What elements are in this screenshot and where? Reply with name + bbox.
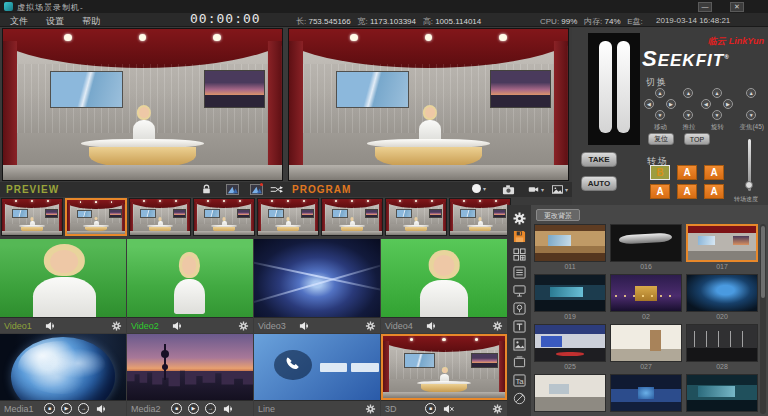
scene-thumbnail[interactable]: [534, 274, 606, 312]
tool-playlist-icon[interactable]: [510, 265, 528, 279]
media-thumbnail[interactable]: [127, 334, 253, 400]
scene-item[interactable]: 016: [610, 224, 682, 271]
change-background-button[interactable]: 更改背景: [536, 209, 580, 221]
transition-bank-button[interactable]: B: [650, 165, 670, 180]
tool-multiview-icon[interactable]: [510, 247, 528, 261]
speaker-icon[interactable]: [222, 403, 234, 414]
camera-preset-thumbnail[interactable]: [257, 198, 319, 236]
video-thumbnail[interactable]: [381, 239, 507, 317]
scene-thumbnail[interactable]: [610, 374, 682, 412]
camera-preset-thumbnail[interactable]: [385, 198, 447, 236]
gear-icon[interactable]: [491, 320, 503, 331]
pad-arrow-button[interactable]: ▶: [723, 99, 733, 109]
camera-preset-thumbnail[interactable]: [449, 198, 511, 236]
transition-bank-button[interactable]: A: [677, 184, 697, 199]
tool-settings-icon[interactable]: [510, 211, 528, 225]
gear-icon[interactable]: [110, 320, 122, 331]
scene-item[interactable]: [686, 374, 758, 416]
menu-settings[interactable]: 设置: [46, 15, 64, 28]
scene-item[interactable]: [534, 374, 606, 416]
tool-frame-icon[interactable]: [510, 355, 528, 369]
stop-button[interactable]: ■: [425, 403, 436, 414]
loop-button[interactable]: →: [205, 403, 216, 414]
pad-arrow-button[interactable]: ▼: [746, 110, 756, 120]
speaker-icon[interactable]: [171, 320, 183, 331]
media-thumbnail[interactable]: [381, 334, 507, 400]
pad-arrow-button[interactable]: ▲: [746, 88, 756, 98]
tool-text-icon[interactable]: Ta: [510, 373, 528, 387]
pad-arrow-button[interactable]: ▼: [712, 110, 722, 120]
scene-item[interactable]: 025: [534, 324, 606, 371]
swap-preview-program-icon[interactable]: [266, 183, 286, 196]
media-thumbnail[interactable]: [0, 334, 126, 400]
video-thumbnail[interactable]: [254, 239, 380, 317]
lock-icon[interactable]: [198, 183, 214, 196]
scene-thumbnail[interactable]: [610, 274, 682, 312]
tool-draw-icon[interactable]: [510, 391, 528, 405]
scene-thumbnail[interactable]: [534, 224, 606, 262]
reset-button[interactable]: 复位: [648, 133, 674, 145]
video-thumbnail[interactable]: [0, 239, 126, 317]
loop-button[interactable]: →: [78, 403, 89, 414]
camera-preset-thumbnail[interactable]: [65, 198, 127, 236]
speaker-icon[interactable]: [95, 403, 107, 414]
close-button[interactable]: ✕: [730, 2, 744, 12]
stop-button[interactable]: ■: [171, 403, 182, 414]
scene-thumbnail[interactable]: [534, 374, 606, 412]
scene-item[interactable]: 020: [686, 274, 758, 321]
play-button[interactable]: ▶: [188, 403, 199, 414]
transition-effect-alt-icon[interactable]: [248, 183, 264, 196]
pad-arrow-button[interactable]: ▲: [655, 88, 665, 98]
video-thumbnail[interactable]: [127, 239, 253, 317]
menu-help[interactable]: 帮助: [82, 15, 100, 28]
gear-icon[interactable]: [364, 320, 376, 331]
tool-save-icon[interactable]: [510, 229, 528, 243]
take-button[interactable]: TAKE: [581, 152, 617, 167]
speaker-icon[interactable]: [425, 320, 437, 331]
scrollbar[interactable]: [760, 224, 766, 414]
speaker-icon[interactable]: [298, 320, 310, 331]
scene-item[interactable]: 019: [534, 274, 606, 321]
scene-thumbnail[interactable]: [610, 224, 682, 262]
transition-speed-slider[interactable]: [748, 139, 751, 191]
pad-arrow-button[interactable]: ◀: [644, 99, 654, 109]
transition-effect-icon[interactable]: [224, 183, 240, 196]
scene-item[interactable]: 011: [534, 224, 606, 271]
camera-preset-thumbnail[interactable]: [1, 198, 63, 236]
pad-arrow-button[interactable]: ▼: [655, 110, 665, 120]
transition-bank-button[interactable]: A: [704, 165, 724, 180]
pad-arrow-button[interactable]: ▶: [666, 99, 676, 109]
pad-arrow-button[interactable]: ▼: [683, 110, 693, 120]
stop-button[interactable]: ■: [44, 403, 55, 414]
record-button[interactable]: ▾: [472, 184, 486, 193]
tool-title-icon[interactable]: [510, 319, 528, 333]
scene-item[interactable]: [610, 374, 682, 416]
minimize-button[interactable]: —: [698, 2, 712, 12]
speaker-muted-icon[interactable]: [442, 403, 454, 414]
play-button[interactable]: ▶: [61, 403, 72, 414]
scene-thumbnail[interactable]: [686, 374, 758, 412]
media-thumbnail[interactable]: [254, 334, 380, 400]
camera-preset-thumbnail[interactable]: [129, 198, 191, 236]
camera-preset-thumbnail[interactable]: [193, 198, 255, 236]
auto-button[interactable]: AUTO: [581, 176, 617, 191]
scene-item[interactable]: 017: [686, 224, 758, 271]
speaker-icon[interactable]: [44, 320, 56, 331]
gear-icon[interactable]: [491, 403, 503, 414]
transition-bank-button[interactable]: A: [677, 165, 697, 180]
tool-image-icon[interactable]: [510, 337, 528, 351]
gear-icon[interactable]: [237, 320, 249, 331]
video-record-icon[interactable]: ▾: [528, 183, 544, 196]
scene-thumbnail[interactable]: [686, 224, 758, 262]
tool-display-icon[interactable]: [510, 283, 528, 297]
scrollbar-thumb[interactable]: [761, 226, 765, 298]
pad-arrow-button[interactable]: ▲: [683, 88, 693, 98]
scene-thumbnail[interactable]: [686, 324, 758, 362]
top-button[interactable]: TOP: [684, 133, 710, 145]
scene-item[interactable]: 027: [610, 324, 682, 371]
pad-arrow-button[interactable]: ◀: [701, 99, 711, 109]
transition-bank-button[interactable]: A: [704, 184, 724, 199]
transition-bank-button[interactable]: A: [650, 184, 670, 199]
scene-thumbnail[interactable]: [686, 274, 758, 312]
slider-knob[interactable]: [745, 181, 753, 189]
